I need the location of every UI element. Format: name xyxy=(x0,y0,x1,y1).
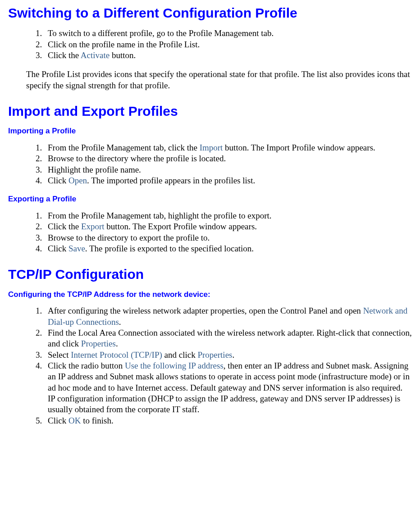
ui-term-properties-2: Properties xyxy=(197,350,232,360)
list-item: Click Open. The imported profile appears… xyxy=(44,175,412,186)
list-item: Click the radio button Use the following… xyxy=(44,360,412,415)
list-item: To switch to a different profile, go to … xyxy=(44,28,412,39)
ui-term-internet-protocol: Internet Protocol (TCP/IP) xyxy=(71,350,162,360)
list-importing: From the Profile Management tab, click t… xyxy=(8,142,412,186)
subhead-importing: Importing a Profile xyxy=(8,126,412,136)
text: button. The Export Profile window appear… xyxy=(105,222,257,231)
list-item: Highlight the profile name. xyxy=(44,164,412,175)
list-item: Click Save. The profile is exported to t… xyxy=(44,243,412,254)
text: From the Profile Management tab, highlig… xyxy=(48,211,272,220)
list-exporting: From the Profile Management tab, highlig… xyxy=(8,210,412,254)
list-item: Click on the profile name in the Profile… xyxy=(44,39,412,50)
text: . xyxy=(119,317,121,327)
text: Highlight the profile name. xyxy=(48,165,141,174)
list-item: From the Profile Management tab, click t… xyxy=(44,142,412,153)
heading-import-export: Import and Export Profiles xyxy=(8,103,412,120)
text: button. The Import Profile window appear… xyxy=(223,143,375,152)
ui-term-export: Export xyxy=(81,222,105,231)
text: Browse to the directory where the profil… xyxy=(48,154,226,163)
ui-term-open: Open xyxy=(68,176,87,185)
text: Browse to the directory to export the pr… xyxy=(48,233,210,242)
list-switching: To switch to a different profile, go to … xyxy=(8,28,412,61)
list-item: Browse to the directory to export the pr… xyxy=(44,232,412,243)
list-item: Click OK to finish. xyxy=(44,415,412,426)
text: Click the radio button xyxy=(48,361,125,370)
text: Click the xyxy=(48,50,81,60)
ui-term-save: Save xyxy=(68,244,85,253)
text: After configuring the wireless network a… xyxy=(48,306,363,315)
list-item: Find the Local Area Connection associate… xyxy=(44,328,412,350)
text: and click xyxy=(162,350,198,360)
text: Click xyxy=(48,176,68,185)
subhead-exporting: Exporting a Profile xyxy=(8,194,412,204)
text: To switch to a different profile, go to … xyxy=(48,28,274,38)
list-tcpip: After configuring the wireless network a… xyxy=(8,305,412,426)
ui-term-properties: Properties xyxy=(81,339,116,348)
ui-term-activate: Activate xyxy=(81,50,110,60)
ui-term-import: Import xyxy=(200,143,223,152)
text: Click the xyxy=(48,222,81,231)
text: Click on the profile name in the Profile… xyxy=(48,40,200,49)
list-item: Browse to the directory where the profil… xyxy=(44,153,412,164)
ui-term-ok: OK xyxy=(68,416,81,425)
text: Select xyxy=(48,350,71,360)
text: . xyxy=(232,350,234,360)
text: Click xyxy=(48,416,68,425)
text: button. xyxy=(110,50,136,60)
heading-switching: Switching to a Different Configuration P… xyxy=(8,5,412,22)
subhead-tcpip-config: Configuring the TCP/IP Address for the n… xyxy=(8,290,412,300)
text: Click xyxy=(48,244,68,253)
heading-tcpip: TCP/IP Configuration xyxy=(8,266,412,283)
ui-term-use-following-ip: Use the following IP address xyxy=(125,361,224,370)
text: to finish. xyxy=(81,416,113,425)
text: . The imported profile appears in the pr… xyxy=(87,176,255,185)
text: . xyxy=(116,339,118,348)
list-item: Click the Export button. The Export Prof… xyxy=(44,221,412,232)
list-item: After configuring the wireless network a… xyxy=(44,305,412,328)
list-item: From the Profile Management tab, highlig… xyxy=(44,210,412,221)
list-item: Select Internet Protocol (TCP/IP) and cl… xyxy=(44,350,412,360)
list-item: Click the Activate button. xyxy=(44,50,412,61)
text: . The profile is exported to the specifi… xyxy=(85,244,254,253)
text: From the Profile Management tab, click t… xyxy=(48,143,200,152)
paragraph-profile-list: The Profile List provides icons that spe… xyxy=(8,69,412,91)
